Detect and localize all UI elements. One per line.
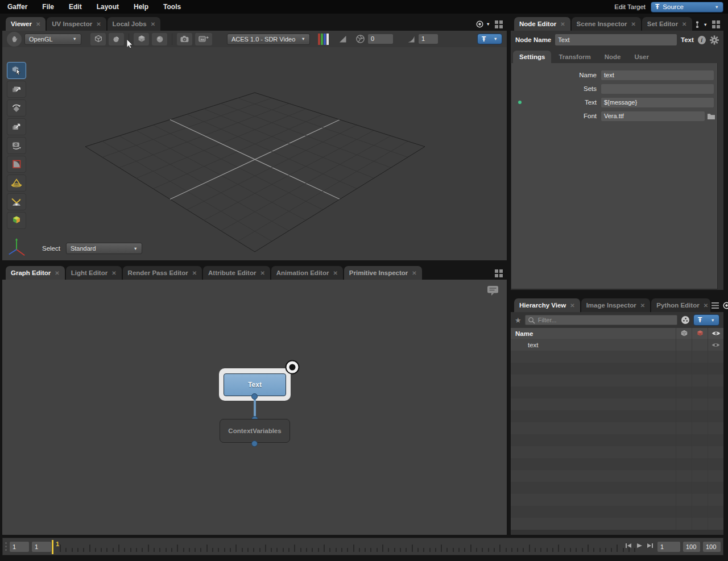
node-text-output-plug[interactable] [251, 393, 258, 400]
crop-window-tool-button[interactable] [7, 156, 26, 173]
menu-gaffer[interactable]: Gaffer [0, 3, 35, 11]
hierarchy-row-text[interactable]: text [511, 339, 723, 351]
menu-file[interactable]: File [35, 3, 61, 11]
camera-settings-button[interactable] [177, 33, 192, 45]
close-icon[interactable]: ✕ [96, 21, 101, 27]
drawing-mode-button[interactable] [90, 33, 106, 45]
exposure-icon[interactable] [338, 35, 348, 44]
cell-inclusions[interactable] [676, 339, 692, 351]
node-text[interactable]: Text [224, 373, 286, 396]
close-icon[interactable]: ✕ [640, 302, 645, 309]
tab-light-editor[interactable]: Light Editor✕ [66, 266, 122, 280]
layout-grid-icon[interactable] [495, 20, 503, 28]
column-name[interactable]: Name [511, 328, 676, 339]
end-frame-field[interactable]: 100 [703, 542, 721, 552]
node-context-output-plug[interactable] [251, 441, 258, 447]
play-icon[interactable] [636, 542, 643, 549]
close-icon[interactable]: ✕ [704, 302, 708, 309]
node-editor-mode-button[interactable]: ▼ [693, 21, 708, 28]
translate-tool-button[interactable] [7, 81, 26, 98]
menu-help[interactable]: Help [126, 3, 156, 11]
expansion-menu-icon[interactable] [681, 315, 690, 325]
gear-icon[interactable] [710, 35, 719, 45]
menu-icon[interactable] [712, 302, 719, 309]
menu-edit[interactable]: Edit [61, 3, 89, 11]
text-field[interactable]: ${message} [601, 98, 714, 107]
tab-uv-inspector[interactable]: UV Inspector✕ [47, 17, 106, 31]
camera-tool-button[interactable] [7, 137, 26, 154]
tab-node-editor[interactable]: Node Editor✕ [514, 17, 570, 31]
display-transform-dropdown[interactable]: ACES 1.0 - SDR Video ▼ [227, 34, 310, 45]
tab-set-editor[interactable]: Set Editor✕ [642, 17, 692, 31]
close-icon[interactable]: ✕ [631, 21, 635, 27]
rotate-tool-button[interactable] [7, 99, 26, 117]
rgb-channels-icon[interactable] [318, 34, 329, 45]
close-icon[interactable]: ✕ [151, 21, 155, 27]
close-icon[interactable]: ✕ [333, 270, 337, 276]
tab-image-inspector[interactable]: Image Inspector✕ [581, 298, 651, 312]
playhead[interactable] [52, 540, 53, 554]
light-tool-button[interactable] [7, 174, 26, 192]
cell-exclusions[interactable] [692, 339, 708, 351]
range-end-field[interactable]: 100 [683, 542, 700, 552]
close-icon[interactable]: ✕ [36, 21, 40, 27]
annotation-icon[interactable] [487, 285, 499, 296]
cell-visibility[interactable] [708, 339, 723, 351]
gamma-field[interactable]: 1 [419, 34, 438, 44]
tab-scene-inspector[interactable]: Scene Inspector✕ [572, 17, 641, 31]
column-inclusions[interactable] [676, 328, 692, 339]
viewport-3d[interactable]: Select Standard ▼ [2, 47, 507, 260]
select-tool-button[interactable] [7, 62, 26, 79]
skip-to-start-icon[interactable] [625, 542, 632, 549]
tab-viewer[interactable]: Viewer✕ [6, 17, 46, 31]
graph-canvas[interactable]: Text ContextVariables [2, 280, 507, 535]
tab-hierarchy-view[interactable]: Hierarchy View✕ [514, 298, 580, 312]
close-icon[interactable]: ✕ [111, 270, 116, 276]
filter-input[interactable] [525, 315, 677, 325]
bookmark-star-icon[interactable]: ★ [515, 316, 522, 325]
pan-tool-button[interactable] [7, 32, 22, 47]
focus-indicator-icon[interactable] [284, 359, 301, 376]
folder-icon[interactable] [707, 113, 715, 120]
close-icon[interactable]: ✕ [55, 270, 59, 276]
tab-user[interactable]: User [628, 51, 655, 63]
close-icon[interactable]: ✕ [570, 302, 574, 309]
tab-attribute-editor[interactable]: Attribute Editor✕ [203, 266, 270, 280]
timeline-ruler[interactable] [3, 538, 634, 556]
tab-animation-editor[interactable]: Animation Editor✕ [271, 266, 343, 280]
tab-node[interactable]: Node [598, 51, 627, 63]
tab-settings[interactable]: Settings [513, 51, 551, 63]
expansion-button[interactable] [134, 33, 149, 45]
tab-transform[interactable]: Transform [552, 51, 597, 63]
sets-field[interactable] [601, 84, 714, 94]
exposure-field[interactable]: 0 [368, 34, 393, 44]
menu-layout[interactable]: Layout [89, 3, 126, 11]
close-icon[interactable]: ✕ [412, 270, 416, 276]
tab-local-jobs[interactable]: Local Jobs✕ [107, 17, 160, 31]
look-through-button[interactable]: ▼ [475, 20, 490, 28]
hierarchy-pin-dropdown[interactable]: Ŧ ▼ [693, 314, 719, 326]
close-icon[interactable]: ✕ [682, 21, 686, 27]
column-exclusions[interactable] [692, 328, 708, 339]
renderer-dropdown[interactable]: OpenGL ▼ [24, 34, 81, 45]
scene-view-tool-button[interactable] [7, 212, 26, 229]
menu-tools[interactable]: Tools [156, 3, 188, 11]
scale-tool-button[interactable] [7, 118, 26, 135]
column-visibility[interactable] [708, 328, 723, 339]
gamma-icon[interactable] [407, 35, 416, 44]
tab-render-pass-editor[interactable]: Render Pass Editor✕ [123, 266, 202, 280]
shading-mode-button[interactable] [109, 33, 124, 45]
scene-focus-button[interactable]: ▼ [722, 301, 728, 310]
tab-python-editor[interactable]: Python Editor✕ [651, 298, 710, 312]
tab-graph-editor[interactable]: Graph Editor✕ [6, 266, 65, 280]
select-mode-dropdown[interactable]: Standard ▼ [66, 243, 142, 254]
skip-to-end-icon[interactable] [647, 542, 653, 549]
layout-grid-icon[interactable] [712, 20, 720, 28]
sphere-mode-button[interactable] [152, 33, 167, 45]
tab-primitive-inspector[interactable]: Primitive Inspector✕ [344, 266, 422, 280]
image-comparison-button[interactable] [195, 33, 212, 45]
node-name-field[interactable]: Text [555, 34, 677, 45]
info-icon[interactable]: i [698, 36, 706, 44]
name-field[interactable]: text [601, 70, 714, 80]
viewer-pin-dropdown[interactable]: Ŧ ▼ [477, 34, 502, 44]
